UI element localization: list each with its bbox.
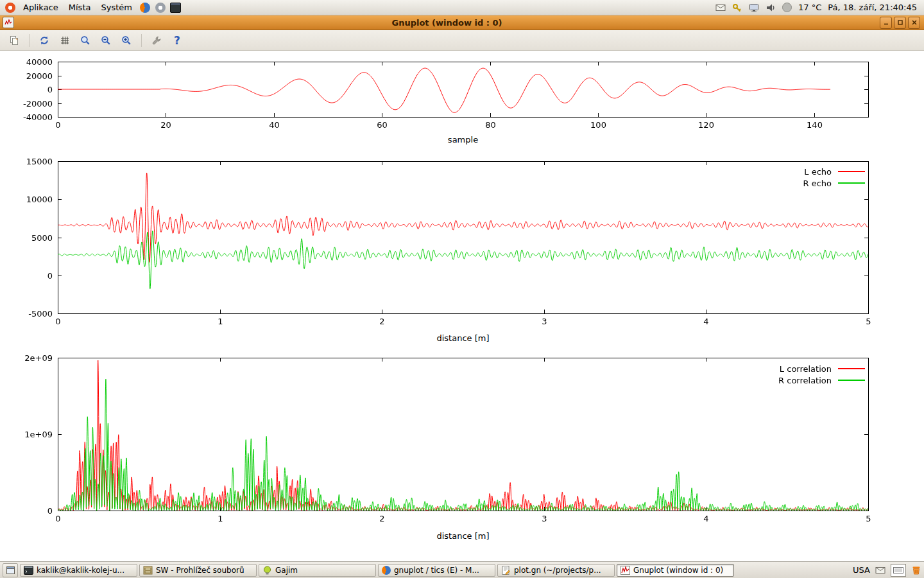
temperature-readout[interactable]: 17 °C <box>798 0 821 15</box>
replot-icon[interactable] <box>35 31 53 49</box>
ubuntu-logo-icon[interactable] <box>5 3 15 13</box>
legend-line-l-echo <box>838 171 865 172</box>
taskbar-button-file-manager[interactable]: SW - Prohlížeč souborů <box>139 564 257 577</box>
zoom-icon[interactable] <box>76 31 94 49</box>
taskbar-button-firefox[interactable]: gnuplot / tics (E) - M... <box>378 564 495 577</box>
mail-icon[interactable] <box>715 0 726 15</box>
taskbar-button-terminal[interactable]: kaklik@kaklik-kolej-u... <box>20 564 137 577</box>
volume-icon[interactable] <box>766 0 776 15</box>
key-icon[interactable] <box>732 0 742 15</box>
taskbar-button-gajim[interactable]: Gajim <box>259 564 376 577</box>
legend-label-r-correlation: R correlation <box>778 376 832 385</box>
file-manager-icon <box>143 566 153 575</box>
gnuplot-icon <box>620 566 630 575</box>
gajim-icon <box>262 566 272 575</box>
keyboard-switcher-icon[interactable] <box>891 564 906 577</box>
terminal-launcher-icon[interactable] <box>169 1 183 15</box>
waveform-chart-canvas[interactable] <box>0 57 924 128</box>
zoom-out-icon[interactable] <box>97 31 115 49</box>
grid-icon[interactable] <box>56 31 74 49</box>
terminal-icon <box>24 566 33 575</box>
menu-applications[interactable]: Aplikace <box>18 0 64 15</box>
correlation-chart-legend: L correlation R correlation <box>778 364 865 385</box>
zoom-in-icon[interactable] <box>117 31 135 49</box>
legend-label-l-correlation: L correlation <box>780 364 832 374</box>
taskbar-button-gnuplot[interactable]: Gnuplot (window id : 0) <box>617 564 734 577</box>
legend-line-r-correlation <box>838 380 865 381</box>
echo-chart-legend: L echo R echo <box>803 167 865 188</box>
desktop: Aplikace Místa Systém 17 °C Pá, 18. září… <box>0 0 924 578</box>
legend-label-r-echo: R echo <box>803 179 832 188</box>
close-button[interactable] <box>908 17 920 29</box>
chart2-xlabel: distance [m] <box>58 333 868 343</box>
taskbar-tray: USA <box>853 564 921 577</box>
window-title: Gnuplot (window id : 0) <box>14 18 880 28</box>
copy-icon[interactable] <box>5 31 23 49</box>
settings-icon[interactable] <box>148 31 166 49</box>
panel-tray: 17 °C Pá, 18. září, 21:40:45 <box>712 0 920 15</box>
mail-notification-icon[interactable] <box>875 566 886 575</box>
help-icon[interactable]: ? <box>168 31 186 49</box>
firefox-launcher-icon[interactable] <box>138 1 152 15</box>
show-desktop-button[interactable] <box>3 563 18 577</box>
panel-left: Aplikace Místa Systém <box>4 0 184 15</box>
keyboard-layout-indicator[interactable]: USA <box>853 565 870 575</box>
help-launcher-icon[interactable] <box>153 1 167 15</box>
window-icon <box>3 17 14 28</box>
weather-icon[interactable] <box>782 0 792 15</box>
legend-line-r-echo <box>838 182 865 184</box>
display-icon[interactable] <box>749 0 759 15</box>
gnome-bottom-panel: kaklik@kaklik-kolej-u... SW - Prohlížeč … <box>0 561 924 578</box>
maximize-button[interactable] <box>894 17 906 29</box>
window-controls <box>880 17 920 29</box>
text-editor-icon <box>501 566 511 575</box>
firefox-icon <box>382 566 391 575</box>
chart1-xlabel: sample <box>58 135 868 144</box>
trash-applet-icon[interactable] <box>911 565 921 575</box>
clock[interactable]: Pá, 18. září, 21:40:45 <box>828 0 917 15</box>
legend-line-l-correlation <box>838 368 865 369</box>
gnome-top-panel: Aplikace Místa Systém 17 °C Pá, 18. září… <box>0 0 924 15</box>
plot-area: sample L echo R echo distance [m] L corr… <box>0 51 924 561</box>
chart3-xlabel: distance [m] <box>58 531 868 541</box>
minimize-button[interactable] <box>880 17 892 29</box>
toolbar-separator <box>141 34 142 47</box>
menu-places[interactable]: Místa <box>64 0 96 15</box>
taskbar-button-editor[interactable]: plot.gn (~/projects/p... <box>497 564 615 577</box>
window-titlebar[interactable]: Gnuplot (window id : 0) <box>0 15 924 30</box>
echo-chart-canvas[interactable] <box>0 156 924 326</box>
toolbar-separator <box>29 34 30 47</box>
menu-system[interactable]: Systém <box>96 0 137 15</box>
gnuplot-toolbar: ? <box>0 30 924 51</box>
legend-label-l-echo: L echo <box>804 167 832 177</box>
